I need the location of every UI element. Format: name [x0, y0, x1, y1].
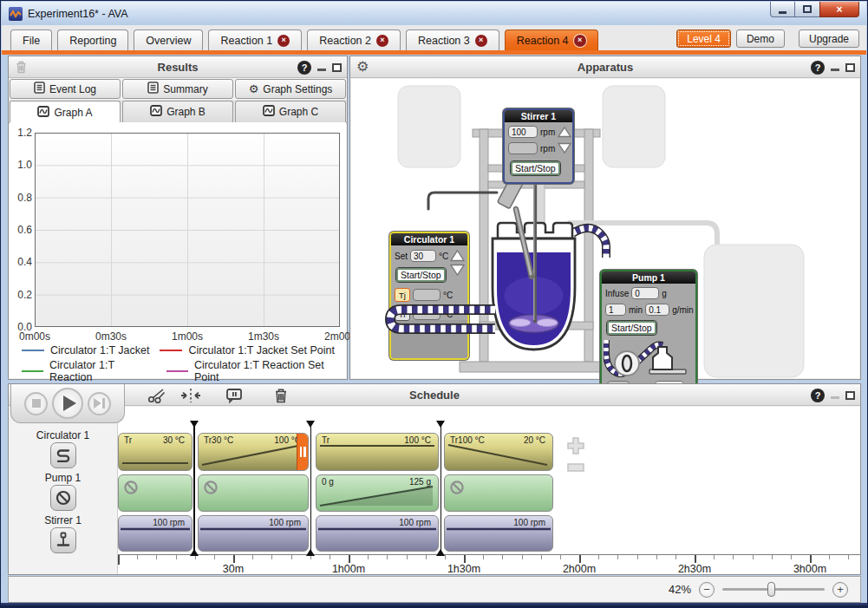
- results-maximize-icon[interactable]: [332, 63, 342, 72]
- schedule-help-icon[interactable]: ?: [811, 389, 825, 402]
- stop-button[interactable]: [24, 392, 48, 415]
- pump-rate-input[interactable]: [645, 304, 669, 316]
- pump-time-input[interactable]: [605, 304, 626, 316]
- step-boundary-marker[interactable]: [190, 421, 199, 556]
- pump-start-stop-button[interactable]: Start/Stop: [606, 320, 657, 336]
- circulator-increase-button[interactable]: [450, 249, 465, 262]
- circulator-1-icon[interactable]: [50, 442, 76, 468]
- apparatus-maximize-icon[interactable]: [845, 63, 855, 72]
- stirrer-widget[interactable]: Stirrer 1 rpm rpm Start/Stop: [503, 108, 574, 184]
- delete-icon[interactable]: [273, 388, 289, 407]
- skip-button[interactable]: [88, 392, 111, 415]
- device-placeholder-slot[interactable]: [398, 86, 460, 167]
- reactor-vessel: [493, 162, 575, 350]
- schedule-block-stirrer-1-1[interactable]: 100 rpm: [118, 515, 193, 552]
- circulator-start-stop-button[interactable]: Start/Stop: [395, 267, 447, 283]
- tab-file[interactable]: File: [10, 29, 52, 50]
- stirrer-paddle: [509, 315, 559, 333]
- circulator-widget[interactable]: Circulator 1 Set °C Start/Stop Tj °C Tr: [389, 232, 469, 360]
- add-step-button[interactable]: [565, 436, 586, 459]
- stirrer-start-stop-button[interactable]: Start/Stop: [510, 160, 561, 176]
- graph-settings-button[interactable]: ⚙Graph Settings: [235, 79, 346, 99]
- play-button[interactable]: [52, 388, 83, 419]
- legend-label: Circulator 1:T Jacket Set Point: [188, 344, 335, 356]
- level-4-button[interactable]: Level 4: [676, 29, 731, 48]
- tab-overview[interactable]: Overview: [134, 29, 203, 50]
- schedule-block-stirrer-1-4[interactable]: 100 rpm: [444, 515, 553, 552]
- tab-close-icon[interactable]: ×: [277, 35, 290, 47]
- zoom-slider[interactable]: [722, 588, 825, 591]
- circulator-setpoint-input[interactable]: [410, 250, 436, 262]
- join-icon[interactable]: [180, 388, 201, 407]
- circulator-tj-button[interactable]: Tj: [395, 288, 410, 302]
- results-minimize-icon[interactable]: [317, 69, 326, 71]
- schedule-block-circulator-1-3[interactable]: Tr100 °C: [316, 433, 439, 471]
- tab-close-icon[interactable]: ×: [574, 35, 586, 47]
- window-close-button[interactable]: ×: [819, 2, 859, 17]
- demo-button[interactable]: Demo: [736, 29, 785, 48]
- trash-icon[interactable]: [15, 60, 28, 77]
- zoom-in-button[interactable]: +: [832, 582, 848, 598]
- apparatus-help-icon[interactable]: ?: [811, 61, 825, 75]
- tab-reaction-4[interactable]: Reaction 4×: [505, 29, 598, 50]
- tab-reaction-1[interactable]: Reaction 1×: [208, 29, 302, 50]
- tab-graph-a[interactable]: Graph A: [10, 101, 121, 123]
- tab-graph-b[interactable]: Graph B: [122, 101, 233, 122]
- schedule-block-circulator-1-2[interactable]: Tr30 °C100 °C: [198, 433, 309, 471]
- device-placeholder-slot[interactable]: [603, 86, 665, 167]
- schedule-block-pump-1-3[interactable]: 0 g125 g: [316, 474, 439, 512]
- title-bar[interactable]: Experiment16* - AVA ×: [2, 2, 866, 25]
- schedule-block-stirrer-1-3[interactable]: 100 rpm: [316, 515, 439, 552]
- button-label: Summary: [163, 83, 207, 95]
- zoom-out-button[interactable]: −: [699, 582, 715, 598]
- schedule-timeline[interactable]: 30m1h00m1h30m2h00m2h30m3h00m: [118, 554, 860, 576]
- results-help-icon[interactable]: ?: [297, 61, 311, 75]
- tab-reaction-2[interactable]: Reaction 2×: [307, 29, 401, 50]
- gear-icon: ⚙: [249, 83, 259, 95]
- pump-widget[interactable]: Pump 1 Infuse g min g/min Start/Stop: [600, 270, 697, 400]
- cut-icon[interactable]: [147, 388, 166, 407]
- circulator-decrease-button[interactable]: [450, 264, 465, 277]
- window-maximize-button[interactable]: [795, 2, 819, 17]
- stirrer-1-icon[interactable]: [50, 527, 76, 553]
- schedule-block-pump-1-2[interactable]: [198, 474, 309, 512]
- off-icon: [203, 480, 219, 499]
- tab-reporting[interactable]: Reporting: [57, 29, 128, 50]
- circulator-tr-display: [413, 308, 441, 320]
- stirrer-increase-button[interactable]: [558, 126, 571, 138]
- schedule-block-circulator-1-1[interactable]: Tr30 °C: [118, 433, 193, 471]
- event-log-button[interactable]: Event Log: [10, 79, 121, 99]
- device-placeholder-slot[interactable]: [704, 245, 804, 377]
- schedule-minimize-icon[interactable]: [831, 396, 839, 399]
- apparatus-settings-gear-icon[interactable]: ⚙: [356, 60, 369, 74]
- step-boundary-marker[interactable]: [306, 421, 316, 556]
- apparatus-canvas: Stirrer 1 rpm rpm Start/Stop Circulator …: [351, 79, 859, 378]
- schedule-block-pump-1-4[interactable]: [444, 474, 553, 512]
- stirrer-speed-input[interactable]: [508, 126, 538, 138]
- remove-step-button[interactable]: [565, 461, 586, 476]
- tab-close-icon[interactable]: ×: [376, 35, 388, 47]
- window-minimize-button[interactable]: [770, 2, 795, 17]
- circulator-tr-button[interactable]: Tr: [395, 307, 410, 321]
- pump-infuse-mass-input[interactable]: [631, 287, 659, 299]
- y-axis-tick-label: 0.2: [11, 289, 32, 301]
- tab-close-icon[interactable]: ×: [475, 35, 487, 47]
- step-boundary-marker[interactable]: [436, 421, 446, 556]
- chart-plot-area[interactable]: [35, 133, 340, 327]
- comment-pause-icon[interactable]: [225, 388, 243, 407]
- tab-reaction-3[interactable]: Reaction 3×: [406, 29, 499, 50]
- upgrade-button[interactable]: Upgrade: [799, 29, 859, 48]
- stirrer-decrease-button[interactable]: [558, 142, 571, 154]
- tab-graph-c[interactable]: Graph C: [235, 101, 346, 122]
- schedule-block-pump-1-1[interactable]: [118, 474, 193, 512]
- apparatus-minimize-icon[interactable]: [831, 69, 839, 71]
- summary-button[interactable]: Summary: [122, 79, 233, 99]
- timeline-major-tick: [349, 555, 350, 563]
- pump-1-icon[interactable]: [50, 485, 76, 511]
- schedule-block-stirrer-1-2[interactable]: 100 rpm: [198, 515, 309, 552]
- schedule-block-circulator-1-4[interactable]: Tr100 °C20 °C: [444, 433, 553, 471]
- schedule-maximize-icon[interactable]: [845, 391, 855, 400]
- main-tab-bar: FileReportingOverviewReaction 1×Reaction…: [2, 25, 866, 50]
- legend-item: Circulator 1:T Reaction: [22, 359, 156, 383]
- zoom-slider-thumb[interactable]: [767, 582, 775, 597]
